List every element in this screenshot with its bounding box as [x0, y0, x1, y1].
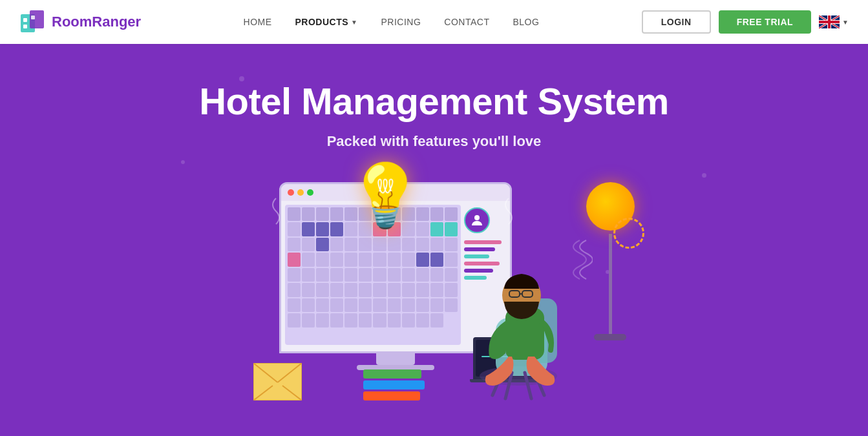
nav-item-blog[interactable]: BLOG — [513, 16, 539, 28]
nav-link-contact[interactable]: CONTACT — [444, 17, 489, 27]
monitor-stand — [376, 353, 415, 365]
language-selector[interactable]: ▼ — [819, 16, 849, 28]
svg-rect-3 — [23, 25, 27, 28]
svg-rect-4 — [31, 16, 35, 19]
navbar: RoomRanger HOME PRODUCTS ▼ PRICING CONTA… — [0, 0, 868, 44]
deco-dot-4 — [702, 173, 706, 178]
svg-rect-2 — [23, 18, 27, 22]
hero-section: Hotel Management System Packed with feat… — [0, 44, 868, 436]
nav-item-home[interactable]: HOME — [244, 16, 272, 28]
books-stack — [363, 369, 425, 400]
brand-logo-link[interactable]: RoomRanger — [19, 9, 141, 35]
floor-lamp-illustration — [586, 182, 635, 340]
hero-illustration: 💡 — [228, 176, 641, 415]
nav-item-pricing[interactable]: PRICING — [381, 16, 421, 28]
uk-flag-icon — [819, 16, 840, 28]
deco-dot-2 — [181, 160, 185, 164]
lang-dropdown-icon: ▼ — [842, 19, 849, 26]
nav-link-pricing[interactable]: PRICING — [381, 17, 421, 27]
envelope-illustration — [253, 363, 302, 403]
navbar-actions: LOGIN FREE TRIAL ▼ — [642, 10, 849, 34]
hero-subtitle: Packed with features you'll love — [327, 133, 542, 150]
dot-yellow — [297, 189, 304, 196]
nav-item-contact[interactable]: CONTACT — [444, 16, 489, 28]
main-nav: HOME PRODUCTS ▼ PRICING CONTACT BLOG — [244, 16, 540, 28]
dot-red — [288, 189, 294, 196]
login-button[interactable]: LOGIN — [642, 10, 711, 34]
nav-link-home[interactable]: HOME — [244, 17, 272, 27]
nav-link-blog[interactable]: BLOG — [513, 17, 539, 27]
nav-link-products[interactable]: PRODUCTS ▼ — [295, 17, 358, 27]
deco-squiggle-left — [266, 195, 286, 227]
nav-item-products[interactable]: PRODUCTS ▼ — [295, 17, 358, 27]
hero-title: Hotel Management System — [199, 79, 669, 123]
products-dropdown-icon: ▼ — [351, 19, 357, 26]
svg-rect-13 — [819, 21, 840, 23]
brand-logo-icon — [19, 9, 45, 35]
deco-dot-3 — [651, 96, 655, 99]
free-trial-button[interactable]: FREE TRIAL — [719, 10, 811, 34]
dot-green — [307, 189, 313, 196]
deco-dot-1 — [239, 76, 244, 81]
lightbulb-icon: 💡 — [347, 160, 424, 232]
brand-name: RoomRanger — [52, 14, 141, 30]
